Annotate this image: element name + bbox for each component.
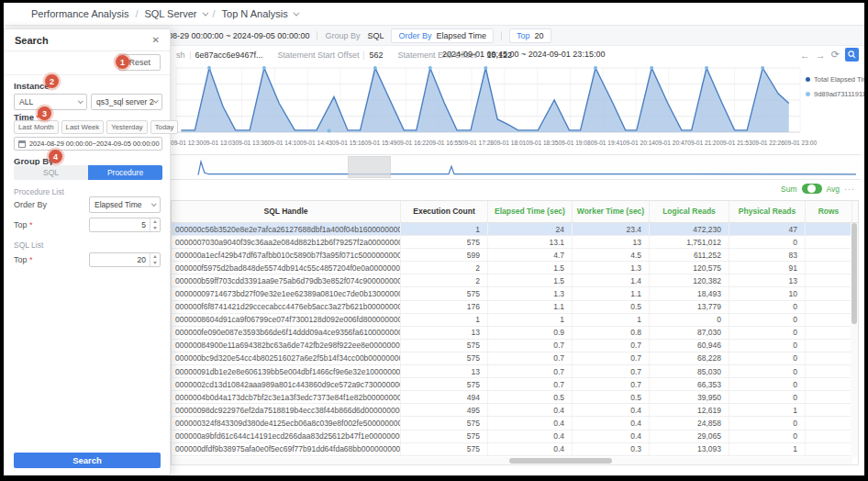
- column-header-rows[interactable]: Rows: [806, 201, 852, 222]
- table-row[interactable]: 000000f6f8741421d29ccecabcc4476eb5acc3a2…: [172, 301, 858, 314]
- horizontal-scrollbar[interactable]: [172, 457, 852, 464]
- step-up-icon[interactable]: [150, 253, 160, 260]
- order-by-field-label: Order By: [14, 200, 47, 209]
- sum-avg-toggle[interactable]: [802, 184, 822, 194]
- table-row[interactable]: 000000dfdf9b38975afa0e0f5ec69f77b91dd64f…: [172, 443, 858, 456]
- pan-left-icon[interactable]: ←: [800, 50, 810, 61]
- table-row[interactable]: 000000b59ff703cdd3391aa9e75ab6d79db3e852…: [172, 274, 858, 287]
- metric-cell: 68,228: [650, 352, 729, 364]
- search-button[interactable]: Search: [14, 453, 161, 468]
- sql-handle-cell: 0000007030a9040f39c36aa2e084d882b12b6f79…: [172, 236, 401, 248]
- app-window: Performance Analysis/SQL Server/Top N An…: [4, 3, 864, 475]
- metric-cell: 495: [401, 404, 488, 416]
- vertical-scrollbar-thumb[interactable]: [851, 223, 857, 324]
- column-header-physical-reads[interactable]: Physical Reads: [729, 201, 806, 222]
- procedure-top-stepper[interactable]: 5: [89, 218, 161, 232]
- refresh-icon[interactable]: ⟳: [831, 49, 840, 61]
- metric-cell: [806, 301, 852, 313]
- step-down-icon[interactable]: [150, 260, 160, 266]
- metric-cell: 91: [729, 262, 806, 274]
- column-header-logical-reads[interactable]: Logical Reads: [650, 201, 729, 222]
- search-panel-title: Search: [15, 35, 49, 46]
- horizontal-scrollbar-thumb[interactable]: [509, 458, 612, 464]
- sql-handle-cell: 000000bc9d320e54cc4b802516027a6e2f5b14f3…: [172, 352, 401, 364]
- metric-cell: 2: [401, 262, 488, 274]
- table-row[interactable]: 000000bc9d320e54cc4b802516027a6e2f5b14f3…: [172, 352, 858, 365]
- sql-handle-cell: 00000098dc922976ef2da7518819b4ecc38f44b8…: [172, 404, 401, 416]
- zoom-tool-button[interactable]: [845, 48, 859, 62]
- quick-range-yesterday[interactable]: Yesterday: [106, 120, 147, 134]
- brush-selection[interactable]: [348, 156, 391, 178]
- legend-item[interactable]: 9d89ad7311191175bb1...: [806, 90, 864, 98]
- table-row[interactable]: 000000f5975d2bad848de5574db914c55c485720…: [172, 262, 858, 274]
- metric-cell: 611,252: [650, 249, 729, 261]
- metric-cell: 10: [729, 287, 806, 299]
- table-row[interactable]: 00000091db1e2e8e606139bb5e004dbf1466cf9e…: [172, 365, 858, 378]
- search-panel: Search ✕ Reset Instance * ALL qs3_sql se…: [4, 28, 171, 475]
- metric-cell: 0.7: [488, 340, 573, 352]
- table-row[interactable]: 0000008604d91ca9f06799ce074f7300128d092e…: [172, 314, 858, 327]
- chart-brush-strip[interactable]: [171, 154, 861, 180]
- table-row[interactable]: 0000004b0d4a173dcb7bf2c3e1a3f3edc7373e84…: [172, 391, 858, 404]
- breadcrumb-item-sql-server[interactable]: SQL Server: [144, 8, 206, 19]
- step-up-icon[interactable]: [150, 218, 160, 225]
- order-by-chip[interactable]: Order By Elapsed Time: [391, 28, 494, 43]
- hash-label: sh: [176, 50, 185, 60]
- legend-item[interactable]: Total Elapsed Time: [806, 75, 864, 84]
- metric-cell: 1: [401, 314, 488, 326]
- sql-handle-cell: 000000fe090e087e3593b66de6f14ddd09a4ce93…: [172, 327, 401, 339]
- group-tab-procedure[interactable]: Procedure: [88, 165, 162, 180]
- divider: [190, 51, 191, 60]
- column-header-worker-time-sec-[interactable]: Worker Time (sec): [573, 201, 650, 222]
- elapsed-time-chart[interactable]: [174, 64, 807, 138]
- table-row[interactable]: 00000084900e11a694382bc63a6de742fb2e98f9…: [172, 340, 858, 352]
- breadcrumb-item-performance-analysis[interactable]: Performance Analysis: [31, 8, 128, 19]
- x-axis-label: 09-01 14:10: [268, 140, 300, 146]
- pan-right-icon[interactable]: →: [816, 50, 826, 61]
- metric-cell: 0.4: [488, 443, 573, 455]
- metric-cell: 18,493: [650, 287, 729, 299]
- table-row[interactable]: 000000324f843309d380de4125ecb06a8c039e8f…: [172, 417, 858, 430]
- annotation-badge-4: 4: [49, 150, 62, 163]
- table-row[interactable]: 000000fe090e087e3593b66de6f14ddd09a4ce93…: [172, 327, 858, 340]
- more-options-icon[interactable]: ···: [844, 185, 855, 194]
- metric-cell: 12,619: [650, 404, 729, 416]
- quick-range-last-month[interactable]: Last Month: [14, 120, 59, 134]
- metric-cell: [806, 314, 852, 326]
- column-header-sql-handle[interactable]: SQL Handle: [172, 201, 401, 222]
- instance-select-all[interactable]: ALL: [14, 94, 87, 110]
- close-icon[interactable]: ✕: [152, 35, 160, 45]
- metric-cell: 0: [729, 340, 806, 352]
- sql-list-label: SQL List: [14, 240, 43, 250]
- table-row[interactable]: 00000009714673bd27f09e32e1ee62389a0810ec…: [172, 287, 858, 300]
- group-tab-sql[interactable]: SQL: [14, 165, 88, 180]
- table-row[interactable]: 0000002cd13d10842aaa989a801c443860d9ce57…: [172, 378, 858, 391]
- order-by-select[interactable]: Elapsed Time: [89, 196, 161, 213]
- metric-cell: 1.1: [573, 287, 650, 299]
- column-header-elapsed-time-sec-[interactable]: Elapsed Time (sec): [488, 201, 573, 222]
- sql-handle-cell: 0000004b0d4a173dcb7bf2c3e1a3f3edc7373e84…: [172, 391, 401, 403]
- instance-select-server[interactable]: qs3_sql server 2019: [91, 94, 162, 110]
- table-row[interactable]: 00000098dc922976ef2da7518819b4ecc38f44b8…: [172, 404, 858, 417]
- step-down-icon[interactable]: [150, 225, 160, 231]
- quick-range-last-week[interactable]: Last Week: [61, 120, 105, 134]
- breadcrumb-separator: /: [213, 8, 216, 19]
- vertical-scrollbar[interactable]: [851, 223, 858, 457]
- sql-handle-cell: 0000002cd13d10842aaa989a801c443860d9ce57…: [172, 378, 401, 390]
- metric-cell: 13: [729, 274, 806, 286]
- table-row[interactable]: 000000c56b3520e8e2e7afca26127688dbf1a400…: [172, 223, 858, 236]
- chart-time-range: 2024-09-01 09:45:00 ~ 2024-09-01 23:15:0…: [442, 50, 605, 59]
- quick-range-today[interactable]: Today: [150, 120, 179, 134]
- table-row[interactable]: 000000a1ecf429b47df67afbb010c5890b7f3a95…: [172, 249, 858, 262]
- metric-cell: 0: [729, 314, 806, 326]
- sql-handle-cell: 000000dfdf9b38975afa0e0f5ec69f77b91dd64f…: [172, 443, 401, 455]
- date-range-input[interactable]: 2024-08-29 00:00:00~2024-09-05 00:00:00: [14, 137, 162, 151]
- top-chip[interactable]: Top 20: [509, 28, 551, 43]
- sql-top-stepper[interactable]: 20: [89, 252, 161, 267]
- breadcrumb-item-top-n-analysis[interactable]: Top N Analysis: [222, 8, 297, 19]
- table-row[interactable]: 0000007030a9040f39c36aa2e084d882b12b6f79…: [172, 236, 858, 249]
- column-header-execution-count[interactable]: Execution Count: [401, 201, 488, 222]
- procedure-top-label: Top *: [14, 220, 33, 229]
- instance-select-server-value: qs3_sql server 2019: [96, 97, 154, 106]
- table-row[interactable]: 000000a9bfd61c644c14191ecd266daa83d25612…: [172, 431, 858, 443]
